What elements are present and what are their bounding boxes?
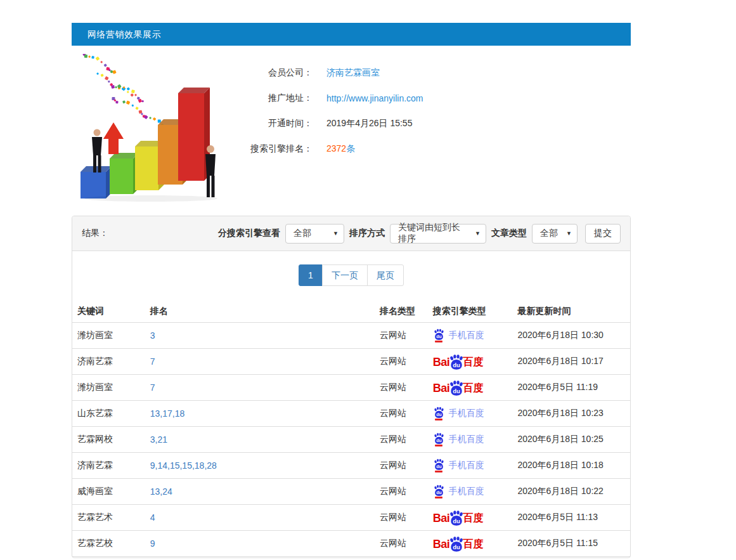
filter-bar: 分搜索引擎查看 全部 ▼ 排序方式 关键词由短到长排序 ▼ 文章类型 全部 ▼ <box>217 224 621 244</box>
baidu-paw-icon: du <box>433 485 445 497</box>
sort-filter-select[interactable]: 关键词由短到长排序 ▼ <box>390 224 486 244</box>
update-time-cell: 2020年6月18日 10:30 <box>512 330 630 341</box>
mobile-baidu-label: 手机百度 <box>449 434 484 445</box>
svg-text:du: du <box>436 412 442 417</box>
last-page-button[interactable]: 尾页 <box>367 264 404 286</box>
article-type-select[interactable]: 全部 ▼ <box>532 224 578 244</box>
engine-filter-select[interactable]: 全部 ▼ <box>285 224 344 244</box>
baidu-logo[interactable]: Bai du 百度 <box>433 510 484 525</box>
company-link[interactable]: 济南艺霖画室 <box>326 67 380 79</box>
info-row-company: 会员公司： 济南艺霖画室 <box>242 60 423 86</box>
ranking-count-number: 2372 <box>326 143 346 153</box>
table-row: 艺霖艺术 4 云网站 Bai du 百度 2020年6月5日 11:13 <box>72 505 630 531</box>
rank-link[interactable]: 7 <box>150 356 155 367</box>
rank-link[interactable]: 3,21 <box>150 434 167 445</box>
rank-link[interactable]: 4 <box>150 512 155 523</box>
submit-button[interactable]: 提交 <box>585 224 621 244</box>
table-row: 潍坊画室 7 云网站 Bai du 百度 2020年6月5日 11:19 <box>72 375 630 401</box>
mobile-baidu-logo[interactable]: du 手机百度 <box>433 485 484 498</box>
update-time-cell: 2020年6月18日 10:23 <box>512 408 630 419</box>
keyword-cell: 山东艺霖 <box>72 408 145 419</box>
page: 网络营销效果展示 会员公司： 济南艺霖画室 推广地址： http://www.j… <box>0 0 736 560</box>
mobile-baidu-paw: du <box>433 433 445 446</box>
keyword-cell: 艺霖艺术 <box>72 512 145 523</box>
table-row: 济南艺霖 7 云网站 Bai du 百度 2020年6月18日 10:17 <box>72 349 630 375</box>
rank-type-cell: 云网站 <box>375 538 428 549</box>
mobile-baidu-paw: du <box>433 329 445 342</box>
baidu-red-underline <box>435 497 442 498</box>
mobile-baidu-logo[interactable]: du 手机百度 <box>433 407 484 420</box>
engine-filter-label: 分搜索引擎查看 <box>218 228 280 239</box>
engine-type-cell: du 手机百度 <box>428 433 513 446</box>
result-label: 结果： <box>82 228 108 239</box>
promo-url-link[interactable]: http://www.jinanyilin.com <box>326 93 423 103</box>
table-body: 潍坊画室 3 云网站 du 手机百度 2020年6月18日 10:30 济南艺霖… <box>72 323 630 557</box>
rank-type-cell: 云网站 <box>375 330 428 341</box>
baidu-logo[interactable]: Bai du 百度 <box>433 354 484 369</box>
rank-link[interactable]: 9,14,15,15,18,28 <box>150 460 217 471</box>
keyword-cell: 威海画室 <box>72 486 145 497</box>
engine-type-cell: Bai du 百度 <box>428 380 513 395</box>
rank-link[interactable]: 3 <box>150 330 155 341</box>
baidu-logo[interactable]: Bai du 百度 <box>433 380 484 395</box>
engine-type-cell: Bai du 百度 <box>428 536 513 551</box>
svg-text:du: du <box>453 387 460 394</box>
baidu-logo[interactable]: Bai du 百度 <box>433 536 484 551</box>
rank-type-cell: 云网站 <box>375 408 428 419</box>
info-section: 会员公司： 济南艺霖画室 推广地址： http://www.jinanyilin… <box>72 54 631 205</box>
update-time-cell: 2020年6月5日 11:15 <box>512 538 630 549</box>
rank-link[interactable]: 13,24 <box>150 486 172 497</box>
mobile-baidu-label: 手机百度 <box>449 460 484 471</box>
rank-cell: 3 <box>145 330 375 341</box>
promo-url-label: 推广地址： <box>242 93 313 104</box>
baidu-red-underline <box>435 445 442 446</box>
chevron-down-icon: ▼ <box>560 230 572 237</box>
rank-type-cell: 云网站 <box>375 460 428 471</box>
baidu-bai-text: Bai <box>433 538 450 551</box>
mobile-baidu-label: 手机百度 <box>449 330 484 341</box>
rank-cell: 13,17,18 <box>145 408 375 419</box>
baidu-bai-text: Bai <box>433 382 450 395</box>
rank-link[interactable]: 9 <box>150 538 155 549</box>
mobile-baidu-paw: du <box>433 485 445 498</box>
rank-type-cell: 云网站 <box>375 512 428 523</box>
mobile-baidu-logo[interactable]: du 手机百度 <box>433 433 484 446</box>
table-row: 潍坊画室 3 云网站 du 手机百度 2020年6月18日 10:30 <box>72 323 630 349</box>
rank-type-cell: 云网站 <box>375 356 428 367</box>
rank-cell: 9 <box>145 538 375 549</box>
engine-type-cell: Bai du 百度 <box>428 510 513 525</box>
keyword-cell: 济南艺霖 <box>72 356 145 367</box>
baidu-bai-text: Bai <box>433 512 450 525</box>
update-time-cell: 2020年6月18日 10:17 <box>512 356 630 367</box>
rank-cell: 4 <box>145 512 375 523</box>
rank-cell: 9,14,15,15,18,28 <box>145 460 375 471</box>
next-page-button[interactable]: 下一页 <box>322 264 368 286</box>
engine-type-cell: du 手机百度 <box>428 485 513 498</box>
table-row: 艺霖艺校 9 云网站 Bai du 百度 2020年6月5日 11:15 <box>72 531 630 557</box>
rank-link[interactable]: 13,17,18 <box>150 408 185 419</box>
header-rank-type: 排名类型 <box>375 306 428 317</box>
header-keyword: 关键词 <box>72 306 145 317</box>
baidu-red-underline <box>435 419 442 420</box>
marketing-bar-chart-image <box>72 54 224 205</box>
ranking-count-label: 搜索引擎排名： <box>242 143 313 155</box>
baidu-paw-icon: du <box>433 329 445 341</box>
open-time-value: 2019年4月26日 15:55 <box>326 118 412 129</box>
mobile-baidu-logo[interactable]: du 手机百度 <box>433 329 484 342</box>
baidu-cn-text: 百度 <box>463 382 483 395</box>
info-row-url: 推广地址： http://www.jinanyilin.com <box>242 86 423 111</box>
ranking-count-value[interactable]: 2372条 <box>326 143 355 155</box>
update-time-cell: 2020年6月18日 10:18 <box>512 460 630 471</box>
update-time-cell: 2020年6月18日 10:25 <box>512 434 630 445</box>
mobile-baidu-paw: du <box>433 459 445 472</box>
mobile-baidu-logo[interactable]: du 手机百度 <box>433 459 484 472</box>
svg-text:du: du <box>436 490 442 495</box>
rank-link[interactable]: 7 <box>150 382 155 393</box>
baidu-bai-text: Bai <box>433 356 450 369</box>
table-row: 艺霖网校 3,21 云网站 du 手机百度 2020年6月18日 10:25 <box>72 427 630 453</box>
page-1-button[interactable]: 1 <box>299 264 323 286</box>
header-update-time: 最新更新时间 <box>512 306 630 317</box>
sort-filter-value: 关键词由短到长排序 <box>398 222 468 245</box>
keyword-cell: 艺霖网校 <box>72 434 145 445</box>
engine-filter-value: 全部 <box>294 228 311 239</box>
